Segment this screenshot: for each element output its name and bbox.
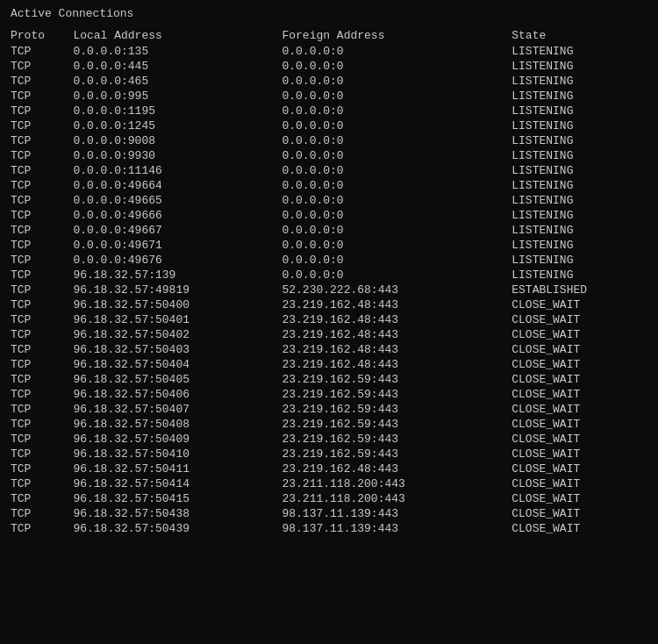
- cell-proto: TCP: [11, 208, 73, 223]
- cell-state: CLOSE_WAIT: [511, 372, 647, 387]
- cell-state: CLOSE_WAIT: [511, 417, 647, 432]
- cell-state: LISTENING: [511, 223, 647, 238]
- table-row: TCP96.18.32.57:5043898.137.11.139:443CLO…: [11, 506, 647, 521]
- cell-proto: TCP: [11, 118, 73, 133]
- cell-proto: TCP: [11, 268, 73, 283]
- table-row: TCP96.18.32.57:1390.0.0.0:0LISTENING: [11, 268, 647, 283]
- cell-proto: TCP: [11, 283, 73, 297]
- cell-local: 96.18.32.57:49819: [73, 283, 282, 297]
- cell-foreign: 23.219.162.48:443: [282, 462, 511, 476]
- table-row: TCP0.0.0.0:9950.0.0.0:0LISTENING: [11, 89, 647, 104]
- cell-state: LISTENING: [511, 133, 647, 148]
- cell-proto: TCP: [11, 342, 73, 357]
- cell-proto: TCP: [11, 133, 73, 148]
- cell-proto: TCP: [11, 44, 73, 59]
- cell-proto: TCP: [11, 327, 73, 342]
- cell-proto: TCP: [11, 402, 73, 417]
- title: Active Connections: [11, 7, 647, 20]
- cell-local: 96.18.32.57:50401: [73, 312, 282, 327]
- table-row: TCP0.0.0.0:496640.0.0.0:0LISTENING: [11, 178, 647, 193]
- table-row: TCP96.18.32.57:5040323.219.162.48:443CLO…: [11, 342, 647, 357]
- table-row: TCP96.18.32.57:5041123.219.162.48:443CLO…: [11, 462, 647, 476]
- cell-foreign: 0.0.0.0:0: [282, 148, 511, 163]
- cell-state: CLOSE_WAIT: [511, 432, 647, 447]
- table-row: TCP0.0.0.0:4650.0.0.0:0LISTENING: [11, 74, 647, 89]
- table-row: TCP96.18.32.57:4981952.230.222.68:443EST…: [11, 283, 647, 297]
- cell-local: 0.0.0.0:465: [73, 74, 282, 89]
- table-row: TCP96.18.32.57:5043998.137.11.139:443CLO…: [11, 521, 647, 536]
- table-row: TCP0.0.0.0:496760.0.0.0:0LISTENING: [11, 253, 647, 268]
- cell-state: CLOSE_WAIT: [511, 312, 647, 327]
- table-row: TCP96.18.32.57:5040723.219.162.59:443CLO…: [11, 402, 647, 417]
- cell-foreign: 23.219.162.59:443: [282, 432, 511, 447]
- cell-local: 0.0.0.0:49665: [73, 193, 282, 208]
- cell-state: CLOSE_WAIT: [511, 506, 647, 521]
- cell-proto: TCP: [11, 297, 73, 312]
- cell-foreign: 23.211.118.200:443: [282, 476, 511, 491]
- cell-foreign: 23.219.162.59:443: [282, 402, 511, 417]
- cell-proto: TCP: [11, 193, 73, 208]
- cell-foreign: 0.0.0.0:0: [282, 104, 511, 118]
- cell-foreign: 23.219.162.59:443: [282, 387, 511, 402]
- cell-state: LISTENING: [511, 44, 647, 59]
- cell-foreign: 0.0.0.0:0: [282, 268, 511, 283]
- cell-state: CLOSE_WAIT: [511, 447, 647, 462]
- cell-state: LISTENING: [511, 89, 647, 104]
- cell-foreign: 98.137.11.139:443: [282, 506, 511, 521]
- cell-local: 96.18.32.57:50402: [73, 327, 282, 342]
- cell-proto: TCP: [11, 104, 73, 118]
- cell-state: CLOSE_WAIT: [511, 521, 647, 536]
- cell-proto: TCP: [11, 223, 73, 238]
- cell-state: CLOSE_WAIT: [511, 402, 647, 417]
- cell-local: 96.18.32.57:50407: [73, 402, 282, 417]
- cell-foreign: 0.0.0.0:0: [282, 193, 511, 208]
- cell-foreign: 23.219.162.48:443: [282, 342, 511, 357]
- cell-local: 0.0.0.0:995: [73, 89, 282, 104]
- cell-state: LISTENING: [511, 238, 647, 253]
- table-row: TCP96.18.32.57:5040823.219.162.59:443CLO…: [11, 417, 647, 432]
- table-row: TCP0.0.0.0:496710.0.0.0:0LISTENING: [11, 238, 647, 253]
- cell-state: LISTENING: [511, 268, 647, 283]
- table-row: TCP96.18.32.57:5040623.219.162.59:443CLO…: [11, 387, 647, 402]
- cell-local: 0.0.0.0:1245: [73, 118, 282, 133]
- cell-foreign: 23.219.162.48:443: [282, 297, 511, 312]
- cell-local: 96.18.32.57:50438: [73, 506, 282, 521]
- cell-foreign: 98.137.11.139:443: [282, 521, 511, 536]
- cell-proto: TCP: [11, 521, 73, 536]
- cell-local: 0.0.0.0:135: [73, 44, 282, 59]
- header-proto: Proto: [11, 27, 73, 44]
- cell-proto: TCP: [11, 462, 73, 476]
- cell-local: 96.18.32.57:50404: [73, 357, 282, 372]
- connections-table: Proto Local Address Foreign Address Stat…: [11, 27, 647, 536]
- cell-local: 96.18.32.57:50403: [73, 342, 282, 357]
- cell-local: 0.0.0.0:445: [73, 59, 282, 74]
- cell-state: CLOSE_WAIT: [511, 387, 647, 402]
- cell-proto: TCP: [11, 447, 73, 462]
- cell-local: 96.18.32.57:50406: [73, 387, 282, 402]
- cell-local: 0.0.0.0:49671: [73, 238, 282, 253]
- table-row: TCP0.0.0.0:90080.0.0.0:0LISTENING: [11, 133, 647, 148]
- header-local: Local Address: [73, 27, 282, 44]
- cell-proto: TCP: [11, 89, 73, 104]
- cell-proto: TCP: [11, 417, 73, 432]
- cell-local: 96.18.32.57:50405: [73, 372, 282, 387]
- cell-foreign: 23.219.162.59:443: [282, 417, 511, 432]
- table-row: TCP0.0.0.0:496660.0.0.0:0LISTENING: [11, 208, 647, 223]
- cell-foreign: 52.230.222.68:443: [282, 283, 511, 297]
- cell-foreign: 0.0.0.0:0: [282, 44, 511, 59]
- table-row: TCP0.0.0.0:496650.0.0.0:0LISTENING: [11, 193, 647, 208]
- cell-local: 96.18.32.57:50410: [73, 447, 282, 462]
- cell-state: CLOSE_WAIT: [511, 491, 647, 506]
- header-foreign: Foreign Address: [282, 27, 511, 44]
- cell-foreign: 23.219.162.48:443: [282, 312, 511, 327]
- cell-foreign: 0.0.0.0:0: [282, 208, 511, 223]
- cell-state: CLOSE_WAIT: [511, 297, 647, 312]
- table-row: TCP96.18.32.57:5040023.219.162.48:443CLO…: [11, 297, 647, 312]
- cell-proto: TCP: [11, 238, 73, 253]
- cell-local: 96.18.32.57:50415: [73, 491, 282, 506]
- cell-foreign: 0.0.0.0:0: [282, 238, 511, 253]
- cell-foreign: 0.0.0.0:0: [282, 59, 511, 74]
- cell-foreign: 0.0.0.0:0: [282, 253, 511, 268]
- table-row: TCP0.0.0.0:1350.0.0.0:0LISTENING: [11, 44, 647, 59]
- cell-local: 96.18.32.57:50408: [73, 417, 282, 432]
